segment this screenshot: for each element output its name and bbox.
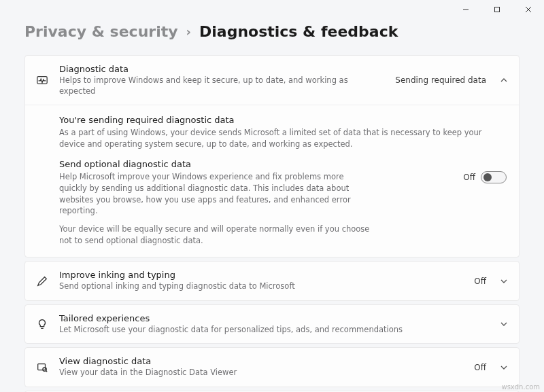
tailored-experiences-subtitle: Let Microsoft use your diagnostic data f… — [59, 325, 490, 336]
diagnostic-data-header[interactable]: Diagnostic data Helps to improve Windows… — [25, 56, 519, 105]
page-title: Diagnostics & feedback — [199, 23, 398, 40]
svg-line-8 — [46, 370, 47, 372]
chevron-up-icon — [500, 76, 508, 84]
view-diagnostic-status: Off — [474, 363, 486, 372]
required-data-title: You're sending required diagnostic data — [59, 115, 507, 125]
chevron-right-icon: › — [186, 24, 191, 39]
close-icon — [525, 6, 532, 13]
view-diagnostic-card: View diagnostic data View your data in t… — [24, 347, 520, 387]
optional-data-note: Your device will be equally secure and w… — [59, 224, 372, 246]
tailored-experiences-row[interactable]: Tailored experiences Let Microsoft use y… — [25, 305, 519, 344]
maximize-icon — [494, 6, 500, 13]
inking-typing-row[interactable]: Improve inking and typing Send optional … — [25, 262, 519, 300]
pen-icon — [35, 275, 50, 287]
breadcrumb: Privacy & security › Diagnostics & feedb… — [24, 23, 520, 40]
optional-data-toggle-label: Off — [463, 173, 475, 182]
inking-typing-title: Improve inking and typing — [59, 270, 464, 280]
heartbeat-icon — [35, 74, 50, 86]
diagnostic-data-card: Diagnostic data Helps to improve Windows… — [24, 55, 520, 257]
view-diagnostic-row[interactable]: View diagnostic data View your data in t… — [25, 348, 519, 387]
chevron-down-icon — [500, 320, 508, 328]
optional-data-title: Send optional diagnostic data — [59, 159, 449, 169]
settings-page: Privacy & security › Diagnostics & feedb… — [0, 0, 544, 392]
inking-typing-card: Improve inking and typing Send optional … — [24, 261, 520, 301]
close-button[interactable] — [513, 0, 544, 19]
watermark: wsxdn.com — [501, 383, 540, 391]
inking-typing-subtitle: Send optional inking and typing diagnost… — [59, 281, 464, 292]
tailored-experiences-title: Tailored experiences — [59, 313, 490, 323]
optional-data-toggle[interactable] — [481, 171, 507, 183]
required-data-desc: As a part of using Windows, your device … — [59, 127, 507, 149]
optional-data-toggle-group: Off — [463, 159, 507, 183]
view-diagnostic-subtitle: View your data in the Diagnostic Data Vi… — [59, 368, 464, 378]
diagnostic-data-title: Diagnostic data — [59, 64, 386, 74]
optional-data-desc: Help Microsoft improve your Windows expe… — [59, 171, 372, 217]
tailored-experiences-card: Tailored experiences Let Microsoft use y… — [24, 304, 520, 344]
window-controls — [450, 0, 544, 19]
lightbulb-icon — [35, 318, 50, 330]
svg-rect-6 — [38, 363, 46, 370]
data-view-icon — [35, 361, 50, 374]
minimize-button[interactable] — [450, 0, 481, 19]
chevron-down-icon — [500, 277, 508, 285]
view-diagnostic-title: View diagnostic data — [59, 356, 464, 366]
svg-rect-1 — [495, 7, 500, 12]
maximize-button[interactable] — [481, 0, 513, 19]
chevron-down-icon — [500, 363, 508, 372]
inking-typing-status: Off — [474, 277, 486, 286]
diagnostic-data-body: You're sending required diagnostic data … — [25, 105, 519, 257]
minimize-icon — [462, 6, 469, 13]
diagnostic-data-status: Sending required data — [395, 75, 486, 85]
diagnostic-data-subtitle: Helps to improve Windows and keep it sec… — [59, 75, 386, 96]
breadcrumb-parent[interactable]: Privacy & security — [24, 23, 178, 40]
